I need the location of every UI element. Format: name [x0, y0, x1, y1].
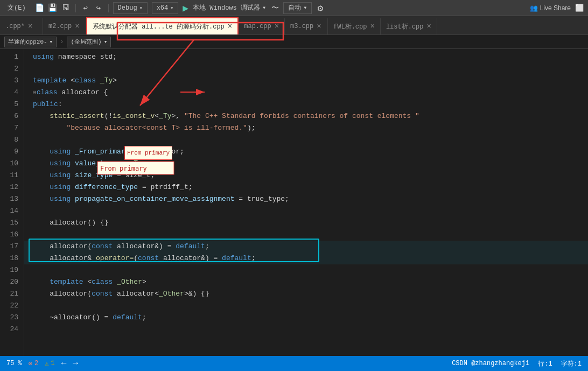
global-scope-dropdown[interactable]: (全局范围) ▾: [67, 37, 111, 47]
global-arrow-icon: ▾: [104, 38, 108, 45]
line-num-5: 5: [0, 99, 24, 110]
status-left: 75 % ⊗ 2 ⚠ 1 ← →: [6, 359, 78, 368]
tab-cpp-star[interactable]: .cpp* ×: [0, 18, 43, 34]
line-num-13: 13: [0, 193, 24, 205]
code-line-6: static_assert(!is_const_v<_Ty>, "The C++…: [24, 110, 588, 122]
line-num-23: 23: [0, 312, 24, 324]
windows-debugger-label: 本地 Windows 调试器 ▾: [193, 3, 266, 12]
line-num-4: 4: [0, 87, 24, 99]
code-line-12: using difference_type = ptrdiff_t;: [24, 181, 588, 193]
breadcrumb-separator: ›: [60, 38, 64, 46]
line-num-20: 20: [0, 276, 24, 288]
line-num-2: 2: [0, 63, 24, 75]
line-num-24: 24: [0, 324, 24, 335]
line-num-16: 16: [0, 229, 24, 241]
toolbar-icons: 📄 💾 🖫 ↩ ↪ Debug ▾ x64 ▾ ▶ 本地 Windows 调试器…: [34, 2, 324, 14]
global-label: (全局范围): [71, 38, 101, 46]
tab-m3[interactable]: m3.cpp ×: [285, 18, 328, 34]
debug-config-dropdown[interactable]: Debug ▾: [113, 2, 148, 14]
code-line-13: using propagate_on_container_move_assign…: [24, 193, 588, 205]
code-line-5: public:: [24, 99, 588, 110]
tab-label: m2.cpp: [48, 23, 72, 30]
code-line-8: [24, 134, 588, 146]
code-line-21: allocator(const allocator<_Other>&) {}: [24, 288, 588, 300]
wave-icon: 〜: [271, 3, 279, 13]
nav-forward-icon[interactable]: →: [73, 359, 78, 368]
tab-label: 系统默认分配器 all...te 的源码分析.cpp: [93, 22, 225, 31]
code-line-10: using value_type = _Ty;: [24, 158, 588, 170]
line-num-15: 15: [0, 217, 24, 229]
line-num-11: 11: [0, 170, 24, 181]
run-button[interactable]: ▶: [183, 2, 188, 14]
nav-back-icon[interactable]: ←: [61, 359, 67, 368]
code-line-20: template <class _Other>: [24, 276, 588, 288]
platform-dropdown[interactable]: x64 ▾: [152, 2, 179, 14]
menu-file[interactable]: 文(E): [4, 2, 29, 13]
zoom-level[interactable]: 75 %: [6, 360, 22, 367]
code-line-17: allocator(const allocator&) = default;: [24, 241, 588, 253]
code-line-16: [24, 229, 588, 241]
debug-arrow-icon: ▾: [139, 5, 143, 11]
tab-close-icon[interactable]: ×: [228, 22, 232, 31]
error-count: ⊗ 2: [29, 360, 38, 368]
title-bar: 文(E) 📄 💾 🖫 ↩ ↪ Debug ▾ x64 ▾ ▶ 本地 Window…: [0, 0, 588, 16]
tab-list[interactable]: list析.cpp ×: [381, 18, 437, 34]
code-area: 1 2 3 4 5 6 7 8 9 10 11 12 13 14 15 16 1…: [0, 49, 588, 356]
platform-label: x64: [157, 4, 169, 12]
settings-icon[interactable]: ⚙: [317, 2, 323, 14]
code-line-23: ~allocator() = default;: [24, 312, 588, 324]
code-line-15: allocator() {}: [24, 217, 588, 229]
share-icon: 👥: [530, 4, 538, 12]
code-line-2: [24, 63, 588, 75]
tab-close-icon[interactable]: ×: [275, 22, 279, 31]
row-position: 行:1: [538, 359, 552, 368]
scope-dropdown[interactable]: 半途的cpp20- ▾: [4, 37, 57, 47]
auto-dropdown[interactable]: 自动 ▾: [283, 2, 312, 14]
tab-bar: .cpp* × m2.cpp × 系统默认分配器 all...te 的源码分析.…: [0, 16, 588, 35]
save-all-icon[interactable]: 🖫: [60, 3, 71, 13]
line-num-14: 14: [0, 205, 24, 217]
code-line-14: [24, 205, 588, 217]
warning-icon: ⚠: [45, 360, 48, 368]
code-line-19: [24, 264, 588, 276]
tab-m2[interactable]: m2.cpp ×: [43, 18, 86, 34]
tab-label: map.cpp: [244, 23, 271, 30]
undo-icon[interactable]: ↩: [80, 3, 91, 13]
tab-allocator[interactable]: 系统默认分配器 all...te 的源码分析.cpp ×: [86, 17, 239, 34]
tab-close-icon[interactable]: ×: [370, 22, 374, 31]
redo-icon[interactable]: ↪: [93, 3, 104, 13]
breadcrumb-bar: 半途的cpp20- ▾ › (全局范围) ▾: [0, 35, 588, 49]
auto-label: 自动: [288, 3, 301, 12]
tab-close-icon[interactable]: ×: [317, 22, 321, 31]
line-num-3: 3: [0, 75, 24, 87]
tab-close-icon[interactable]: ×: [75, 22, 79, 31]
debugger-arrow-icon: ▾: [262, 4, 266, 12]
code-line-1: using namespace std;: [24, 51, 588, 63]
line-num-12: 12: [0, 181, 24, 193]
error-icon: ⊗: [29, 360, 32, 368]
debug-label: Debug: [118, 4, 137, 12]
line-num-7: 7: [0, 122, 24, 134]
save-icon[interactable]: 💾: [47, 3, 58, 13]
code-editor[interactable]: using namespace std; template <class _Ty…: [24, 49, 588, 356]
maximize-icon[interactable]: ⬜: [575, 4, 584, 12]
tab-close-icon[interactable]: ×: [28, 22, 32, 31]
separator-2: [108, 4, 109, 12]
line-num-8: 8: [0, 134, 24, 146]
char-position: 字符:1: [561, 359, 582, 368]
tab-label: m3.cpp: [290, 23, 313, 30]
line-num-9: 9: [0, 146, 24, 158]
line-num-1: 1: [0, 51, 24, 63]
code-line-4: ⊟class allocator {: [24, 87, 588, 99]
line-num-17: 17: [0, 241, 24, 253]
separator-1: [75, 4, 76, 12]
tab-close-icon[interactable]: ×: [427, 22, 431, 31]
line-num-10: 10: [0, 158, 24, 170]
line-num-21: 21: [0, 288, 24, 300]
warning-count: ⚠ 1: [45, 360, 54, 368]
new-file-icon[interactable]: 📄: [34, 3, 45, 13]
tab-fwl[interactable]: fWL析.cpp ×: [328, 18, 381, 34]
tab-map[interactable]: map.cpp ×: [239, 18, 285, 34]
live-share-button[interactable]: 👥 Live Share: [530, 4, 571, 12]
line-num-6: 6: [0, 110, 24, 122]
